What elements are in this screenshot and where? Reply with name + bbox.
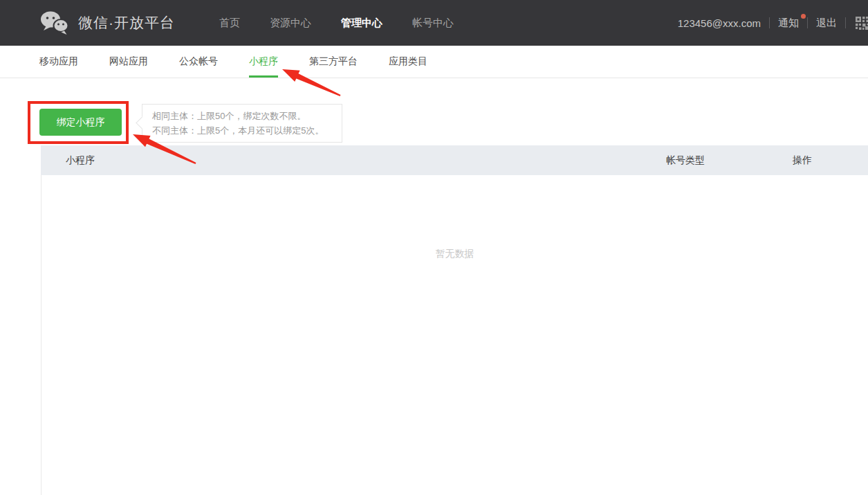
notice-badge-dot xyxy=(801,14,806,19)
nav-item-management[interactable]: 管理中心 xyxy=(341,17,382,30)
column-header-action: 操作 xyxy=(793,154,868,167)
miniprogram-table: 小程序 帐号类型 操作 暂无数据 xyxy=(41,145,868,495)
divider xyxy=(845,17,846,28)
column-header-account-type: 帐号类型 xyxy=(666,154,793,167)
account-email: 123456@xxx.com xyxy=(678,17,761,29)
tab-third-party-platform[interactable]: 第三方平台 xyxy=(309,46,358,78)
tab-official-account[interactable]: 公众帐号 xyxy=(179,46,218,78)
bind-limit-tooltip: 相同主体：上限50个，绑定次数不限。 不同主体：上限5个，本月还可以绑定5次。 xyxy=(142,104,342,143)
tooltip-line-same-subject: 相同主体：上限50个，绑定次数不限。 xyxy=(152,109,342,123)
divider xyxy=(807,17,808,28)
tooltip-line-different-subject: 不同主体：上限5个，本月还可以绑定5次。 xyxy=(152,123,342,138)
sub-nav: 移动应用 网站应用 公众帐号 小程序 第三方平台 应用类目 xyxy=(0,46,868,78)
nav-item-home[interactable]: 首页 xyxy=(219,17,240,30)
notice-label: 通知 xyxy=(778,17,799,28)
logout-link[interactable]: 退出 xyxy=(816,17,837,30)
divider xyxy=(769,17,770,28)
nav-item-account-center[interactable]: 帐号中心 xyxy=(412,17,454,30)
qr-code-icon[interactable] xyxy=(854,15,868,30)
account-area: 123456@xxx.com 通知 退出 xyxy=(678,15,868,30)
column-header-miniprogram: 小程序 xyxy=(41,154,666,167)
nav-item-resources[interactable]: 资源中心 xyxy=(270,17,311,30)
tab-app-category[interactable]: 应用类目 xyxy=(389,46,427,78)
main-nav: 首页 资源中心 管理中心 帐号中心 xyxy=(219,17,454,30)
annotation-highlight-box xyxy=(28,101,129,144)
table-body: 暂无数据 xyxy=(41,175,868,495)
top-header: 微信·开放平台 首页 资源中心 管理中心 帐号中心 123456@xxx.com… xyxy=(0,0,868,46)
notice-link[interactable]: 通知 xyxy=(778,17,799,30)
table-header-row: 小程序 帐号类型 操作 xyxy=(41,145,868,175)
tab-miniprogram[interactable]: 小程序 xyxy=(249,46,278,78)
brand-title: 微信·开放平台 xyxy=(78,13,175,33)
tab-website-app[interactable]: 网站应用 xyxy=(109,46,148,78)
empty-state-text: 暂无数据 xyxy=(41,175,868,260)
tab-mobile-app[interactable]: 移动应用 xyxy=(39,46,78,78)
wechat-logo-icon xyxy=(40,10,69,35)
main-content: 绑定小程序 相同主体：上限50个，绑定次数不限。 不同主体：上限5个，本月还可以… xyxy=(0,78,868,495)
